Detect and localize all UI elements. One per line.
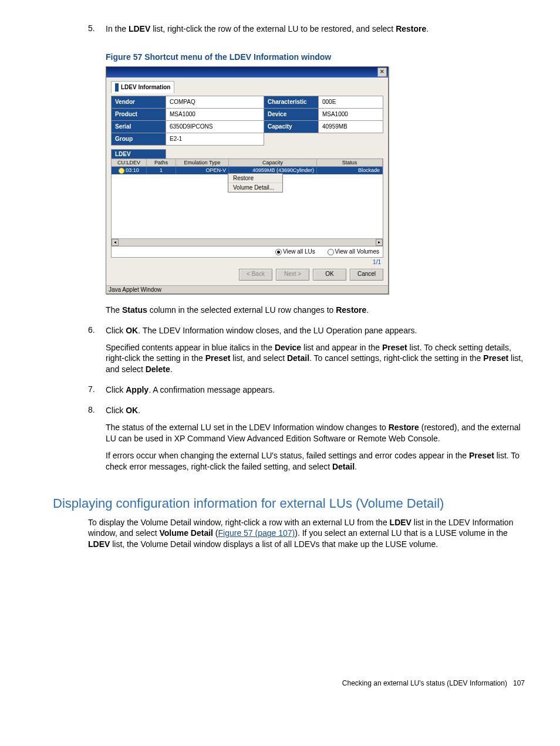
group-value: E2-1 <box>166 133 264 145</box>
ctx-restore[interactable]: Restore <box>228 174 282 183</box>
page-number: 107 <box>513 679 525 687</box>
scroll-right-icon[interactable]: ▸ <box>376 239 383 246</box>
step-7: 7. Click Apply. A confirmation message a… <box>53 384 525 401</box>
step-text: Click Apply. A confirmation message appe… <box>106 384 525 396</box>
radio-view-all-lus[interactable]: View all LUs <box>275 248 315 255</box>
characteristic-value: 000E <box>318 96 383 108</box>
group-header: Group <box>112 133 166 145</box>
next-button[interactable]: Next > <box>276 269 309 281</box>
col-paths[interactable]: Paths <box>147 159 176 167</box>
cell-paths: 1 <box>147 167 176 174</box>
status-bar: Java Applet Window <box>106 285 388 293</box>
col-emulation[interactable]: Emulation Type <box>176 159 229 167</box>
radio-icon <box>328 249 334 255</box>
step-8: 8. Click OK. The status of the external … <box>53 405 525 478</box>
product-value: MSA1000 <box>166 108 264 120</box>
tab-label: LDEV Information <box>121 84 170 90</box>
ok-button[interactable]: OK <box>313 269 346 281</box>
step-5-result: The Status column in the selected extern… <box>53 305 525 322</box>
characteristic-header: Characteristic <box>264 96 318 108</box>
device-header: Device <box>264 108 318 120</box>
step-text: The status of the external LU set in the… <box>106 422 525 444</box>
col-capacity[interactable]: Capacity <box>229 159 317 167</box>
col-status[interactable]: Status <box>317 159 383 167</box>
window-titlebar: ✕ <box>106 67 388 77</box>
product-header: Product <box>112 108 166 120</box>
page-footer: Checking an external LU's status (LDEV I… <box>53 679 525 687</box>
context-menu: Restore Volume Detail... <box>228 173 283 193</box>
radio-view-all-volumes[interactable]: View all Volumes <box>328 248 379 255</box>
button-row: < Back Next > OK Cancel <box>111 269 383 281</box>
step-text: In the LDEV list, right-click the row of… <box>106 23 525 35</box>
scroll-left-icon[interactable]: ◂ <box>112 239 119 246</box>
vendor-header: Vendor <box>112 96 166 108</box>
step-text: Click OK. The LDEV Information window cl… <box>106 325 525 336</box>
step-number: 8. <box>53 405 106 478</box>
figure-caption: Figure 57 Shortcut menu of the LDEV Info… <box>106 52 525 62</box>
section-body: To display the Volume Detail window, rig… <box>88 517 525 551</box>
step-text: If errors occur when changing the extern… <box>106 450 525 472</box>
ldev-grid: CU:LDEV Paths Emulation Type Capacity St… <box>111 158 383 247</box>
vendor-value: COMPAQ <box>166 96 264 108</box>
footer-text: Checking an external LU's status (LDEV I… <box>342 679 507 687</box>
step-number: 5. <box>53 23 106 40</box>
ldev-panel-label: LDEV <box>111 149 166 158</box>
page-indicator: 1/1 <box>111 258 383 266</box>
step-6: 6. Click OK. The LDEV Information window… <box>53 325 525 382</box>
step-text: Specified contents appear in blue italic… <box>106 342 525 376</box>
step-text: Click OK. <box>106 405 525 416</box>
ctx-volume-detail[interactable]: Volume Detail... <box>228 183 282 192</box>
cell-culdev: 03:10 <box>112 167 147 174</box>
info-table: Vendor COMPAQ Characteristic 000E Produc… <box>111 96 383 146</box>
cancel-button[interactable]: Cancel <box>350 269 383 281</box>
horizontal-scrollbar[interactable]: ◂ ▸ <box>112 238 383 246</box>
cell-emulation: OPEN-V <box>176 167 229 174</box>
view-radio-group: View all LUs View all Volumes <box>111 247 383 258</box>
tab-marker-icon <box>115 83 119 92</box>
clock-icon <box>119 168 124 174</box>
figure-link[interactable]: Figure 57 (page 107) <box>218 528 295 538</box>
capacity-header: Capacity <box>264 120 318 133</box>
section-text: To display the Volume Detail window, rig… <box>88 517 525 551</box>
capacity-value: 40959MB <box>318 120 383 133</box>
device-value: MSA1000 <box>318 108 383 120</box>
col-culdev[interactable]: CU:LDEV <box>112 159 147 167</box>
ldev-header-row: CU:LDEV Paths Emulation Type Capacity St… <box>112 159 383 167</box>
ldev-info-window: ✕ LDEV Information Vendor COMPAQ Charact… <box>106 66 389 294</box>
section-heading: Displaying configuration information for… <box>53 496 525 511</box>
back-button[interactable]: < Back <box>239 269 272 281</box>
step-5: 5. In the LDEV list, right-click the row… <box>53 23 525 40</box>
tab-ldev-information[interactable]: LDEV Information <box>111 81 174 93</box>
step-number: 7. <box>53 384 106 401</box>
serial-header: Serial <box>112 120 166 133</box>
radio-icon <box>275 249 282 255</box>
step-text: The Status column in the selected extern… <box>106 305 525 316</box>
serial-value: 6350D9IPCONS <box>166 120 264 133</box>
cell-status: Blockade <box>317 167 383 174</box>
close-icon[interactable]: ✕ <box>377 67 387 77</box>
step-number: 6. <box>53 325 106 382</box>
